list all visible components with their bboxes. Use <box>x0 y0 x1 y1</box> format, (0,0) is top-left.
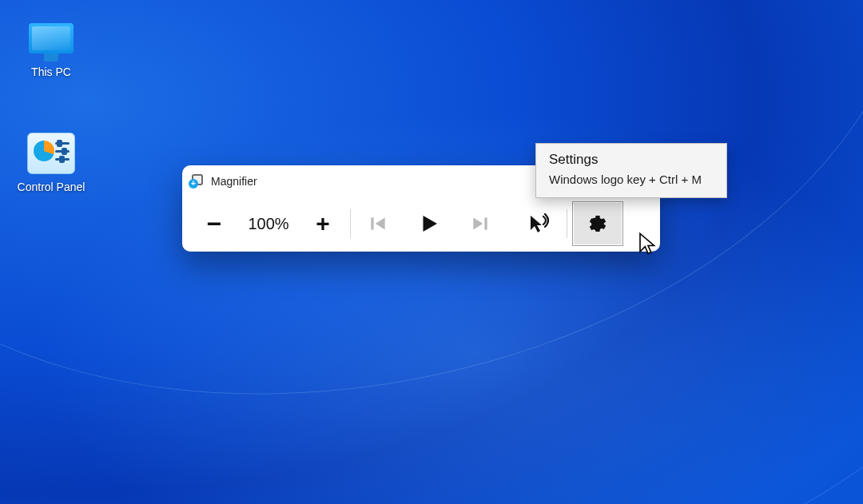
settings-tooltip: Settings Windows logo key + Ctrl + M <box>535 143 727 198</box>
play-icon <box>417 212 441 236</box>
desktop-icon-this-pc[interactable]: This PC <box>11 16 91 78</box>
skip-previous-icon <box>368 213 388 234</box>
play-button[interactable] <box>400 201 458 246</box>
desktop-icon-label: Control Panel <box>18 181 86 193</box>
separator <box>567 209 567 238</box>
control-panel-icon <box>26 131 77 176</box>
window-title: Magnifier <box>211 175 257 188</box>
magnifier-app-icon: + <box>190 174 205 189</box>
svg-rect-0 <box>371 217 373 229</box>
previous-button[interactable] <box>356 201 400 246</box>
monitor-icon <box>26 16 77 61</box>
settings-button[interactable] <box>572 201 623 246</box>
magnifier-toolbar: − 100% + <box>182 197 660 252</box>
read-aloud-cursor-button[interactable] <box>517 201 562 246</box>
tooltip-shortcut: Windows logo key + Ctrl + M <box>549 173 714 186</box>
skip-next-icon <box>470 213 491 234</box>
zoom-out-button[interactable]: − <box>192 201 237 246</box>
svg-rect-1 <box>484 217 487 229</box>
gear-icon <box>586 212 610 236</box>
separator <box>350 209 351 238</box>
zoom-in-button[interactable]: + <box>300 201 345 246</box>
next-button[interactable] <box>458 201 503 246</box>
desktop-icon-control-panel[interactable]: Control Panel <box>11 131 91 193</box>
tooltip-title: Settings <box>549 152 714 168</box>
zoom-level: 100% <box>237 215 300 233</box>
cursor-audio-icon <box>527 212 551 235</box>
minus-icon: − <box>207 209 222 239</box>
desktop-icon-label: This PC <box>31 65 71 78</box>
plus-icon: + <box>316 210 330 237</box>
